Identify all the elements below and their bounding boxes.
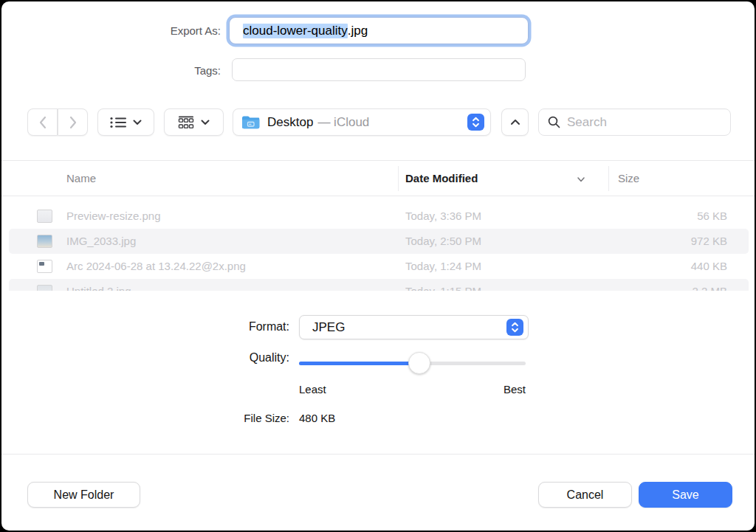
file-size-value: 480 KB xyxy=(299,412,335,424)
footer-divider xyxy=(1,454,755,455)
search-icon xyxy=(548,116,560,128)
format-label: Format: xyxy=(142,320,289,334)
group-view-icon xyxy=(178,116,194,129)
format-popup-button[interactable]: JPEG xyxy=(299,315,529,339)
file-row[interactable]: Untitled 2.jpgToday, 1:15 PM2.2 MB xyxy=(1,279,755,291)
new-folder-button[interactable]: New Folder xyxy=(27,482,140,508)
save-button[interactable]: Save xyxy=(639,482,732,508)
group-view-button[interactable] xyxy=(164,108,224,136)
tags-label: Tags: xyxy=(73,64,221,77)
export-save-dialog: Export As: cloud-lower-quality.jpg Tags: xyxy=(1,1,755,531)
file-list: Preview-resize.pngToday, 3:36 PM56 KBIMG… xyxy=(1,204,755,291)
quality-label: Quality: xyxy=(142,351,289,365)
column-divider[interactable] xyxy=(608,166,609,191)
quality-least-label: Least xyxy=(299,383,326,395)
list-view-icon xyxy=(110,117,126,128)
export-as-label: Export As: xyxy=(73,24,221,37)
column-divider[interactable] xyxy=(398,166,399,191)
chevron-right-icon xyxy=(69,116,78,129)
slider-knob[interactable] xyxy=(408,352,430,374)
file-row[interactable]: Arc 2024-06-28 at 13.24.22@2x.pngToday, … xyxy=(1,254,755,279)
location-secondary: — iCloud xyxy=(317,115,369,130)
column-header-date-modified[interactable]: Date Modified xyxy=(405,161,478,196)
chevron-up-icon xyxy=(510,119,520,125)
search-field[interactable] xyxy=(538,108,731,136)
back-button[interactable] xyxy=(27,108,58,136)
file-size: 2.2 MB xyxy=(692,279,727,291)
file-date-modified: Today, 1:15 PM xyxy=(405,279,481,291)
file-date-modified: Today, 2:50 PM xyxy=(405,229,481,254)
filename-selected-text: cloud-lower-quality xyxy=(243,24,348,38)
file-thumbnail-icon xyxy=(37,260,52,273)
file-size: 440 KB xyxy=(691,254,727,279)
popup-stepper-icon xyxy=(467,114,484,131)
file-size: 56 KB xyxy=(697,204,727,229)
sort-chevron-down-icon[interactable] xyxy=(577,162,585,197)
file-name: Preview-resize.png xyxy=(66,204,161,229)
tags-input[interactable] xyxy=(232,58,526,81)
chevron-down-icon xyxy=(201,120,210,125)
file-name: IMG_2033.jpg xyxy=(66,229,136,254)
filename-extension-text: .jpg xyxy=(348,24,368,38)
chevron-down-icon xyxy=(133,120,142,125)
file-name: Arc 2024-06-28 at 13.24.22@2x.png xyxy=(66,254,246,279)
filename-input[interactable]: cloud-lower-quality.jpg xyxy=(229,17,529,44)
format-value: JPEG xyxy=(312,320,345,335)
quality-slider[interactable] xyxy=(299,352,526,374)
slider-fill xyxy=(299,362,419,365)
popup-stepper-icon xyxy=(506,319,523,336)
file-thumbnail-icon xyxy=(37,210,52,223)
file-list-header: Name Date Modified Size xyxy=(1,161,755,196)
column-header-name[interactable]: Name xyxy=(66,161,96,196)
location-popup-button[interactable]: Desktop — iCloud xyxy=(233,108,491,136)
file-name: Untitled 2.jpg xyxy=(66,279,131,291)
file-date-modified: Today, 1:24 PM xyxy=(405,254,481,279)
file-row[interactable]: IMG_2033.jpgToday, 2:50 PM972 KB xyxy=(1,229,755,254)
file-thumbnail-icon xyxy=(37,235,52,248)
quality-best-label: Best xyxy=(378,383,526,395)
forward-button[interactable] xyxy=(58,108,88,136)
folder-icon xyxy=(241,115,260,129)
file-size-label: File Size: xyxy=(142,412,289,424)
cancel-button[interactable]: Cancel xyxy=(538,482,632,508)
up-directory-button[interactable] xyxy=(501,108,529,136)
chevron-left-icon xyxy=(38,116,47,129)
column-header-size[interactable]: Size xyxy=(618,161,639,196)
location-primary: Desktop xyxy=(267,115,313,130)
file-date-modified: Today, 3:36 PM xyxy=(405,204,481,229)
list-view-button[interactable] xyxy=(97,108,154,136)
search-input[interactable] xyxy=(567,115,715,130)
file-thumbnail-icon xyxy=(37,285,52,291)
file-row[interactable]: Preview-resize.pngToday, 3:36 PM56 KB xyxy=(1,204,755,229)
file-size: 972 KB xyxy=(691,229,727,254)
